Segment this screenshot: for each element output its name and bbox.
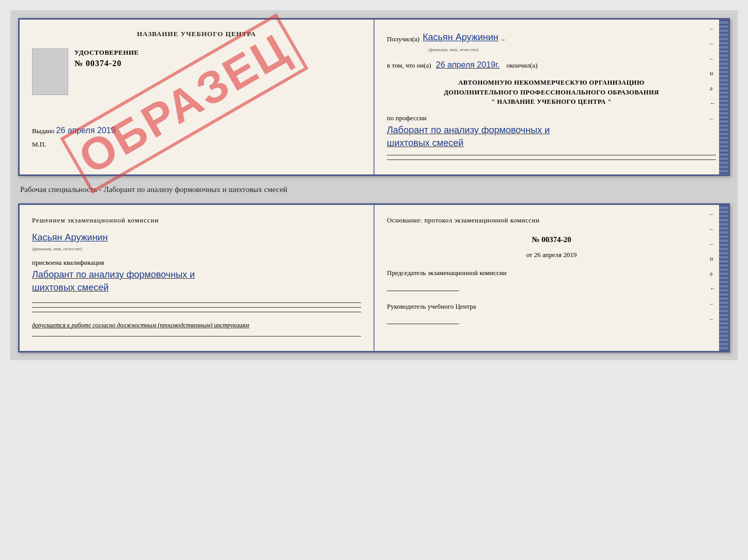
bottom-left-content: Решением экзаменационной комиссии Касьян…	[32, 215, 361, 336]
vydano-label: Выдано	[32, 127, 54, 135]
profession-line2: шихтовых смесей	[387, 137, 716, 150]
resheniem-title: Решением экзаменационной комиссии	[32, 215, 361, 226]
ot-label: от	[526, 251, 532, 259]
org-line3: " НАЗВАНИЕ УЧЕБНОГО ЦЕНТРА "	[387, 97, 716, 107]
mp-line: М.П.	[32, 140, 361, 149]
bottom-doc-left: Решением экзаменационной комиссии Касьян…	[20, 205, 375, 350]
udost-number: № 00374-20	[74, 59, 139, 68]
recipient-name: Касьян Аружинин	[423, 30, 498, 45]
top-right-content: Получил(а) Касьян Аружинин – (фамилия, и…	[387, 30, 716, 160]
udost-block: УДОСТОВЕРЕНИЕ № 00374-20	[32, 49, 361, 95]
photo-placeholder	[32, 49, 68, 95]
bottom-right-side-marks: – – – и а ← – –	[710, 210, 716, 323]
right-side-marks: – – – и а ← –	[710, 25, 716, 122]
poluchil-line: Получил(а) Касьян Аружинин –	[387, 30, 716, 45]
bottom-name-block: Касьян Аружинин (фамилия, имя, отчество)	[32, 230, 361, 252]
top-doc-left: НАЗВАНИЕ УЧЕБНОГО ЦЕНТРА ОБРАЗЕЦ УДОСТОВ…	[20, 20, 375, 174]
dopuskaetsya-block: допускается к работе согласно должностны…	[32, 321, 361, 330]
protocol-number: № 00374-20	[387, 233, 716, 246]
bottom-lines-top	[387, 155, 716, 160]
prisvoena-label: присвоена квалификация	[32, 258, 361, 268]
vydano-line: Выдано 26 апреля 2019	[32, 126, 361, 135]
predsedatel-sign-line	[387, 282, 716, 291]
org-block: АВТОНОМНУЮ НЕКОММЕРЧЕСКУЮ ОРГАНИЗАЦИЮ ДО…	[387, 78, 716, 107]
rukovoditel-block: Руководитель учебного Центра	[387, 301, 716, 325]
page-wrapper: НАЗВАНИЕ УЧЕБНОГО ЦЕНТРА ОБРАЗЕЦ УДОСТОВ…	[10, 10, 738, 360]
okonchil-label: окончил(а)	[507, 61, 538, 69]
number-label: №	[532, 235, 539, 244]
professii-block: по профессии Лаборант по анализу формово…	[387, 113, 716, 150]
profession-line1: Лаборант по анализу формовочных и	[387, 124, 716, 137]
vtom-line: в том, что он(а) 26 апреля 2019г. окончи…	[387, 58, 716, 72]
osnovanie-block: Основание: протокол экзаменационной коми…	[387, 215, 716, 226]
kvalif-block: присвоена квалификация Лаборант по анали…	[32, 258, 361, 294]
bottom-doc-right: Основание: протокол экзаменационной коми…	[375, 205, 728, 350]
ot-date: от 26 апреля 2019	[387, 250, 716, 261]
bottom-recipient-name: Касьян Аружинин	[32, 232, 108, 243]
qual-line2: шихтовых смесей	[32, 281, 361, 294]
predsedatel-signature	[387, 282, 459, 291]
top-left-title: НАЗВАНИЕ УЧЕБНОГО ЦЕНТРА	[32, 30, 361, 38]
specialty-line: Рабочая специальность - Лаборант по анал…	[18, 182, 730, 197]
completion-date: 26 апреля 2019г.	[436, 60, 500, 69]
name-dash: –	[502, 34, 505, 45]
predsedatel-block: Председатель экзаменационной комиссии	[387, 268, 716, 291]
protocol-num: 00374-20	[541, 235, 571, 244]
bottom-document: Решением экзаменационной комиссии Касьян…	[18, 203, 730, 352]
bottom-right-content: Основание: протокол экзаменационной коми…	[387, 215, 716, 324]
udost-label: УДОСТОВЕРЕНИЕ	[74, 49, 139, 57]
top-document: НАЗВАНИЕ УЧЕБНОГО ЦЕНТРА ОБРАЗЕЦ УДОСТОВ…	[18, 18, 730, 176]
vtom-label: в том, что он(а)	[387, 61, 431, 69]
po-professii-label: по профессии	[387, 113, 716, 124]
rukovoditel-label: Руководитель учебного Центра	[387, 301, 716, 312]
top-doc-right: Получил(а) Касьян Аружинин – (фамилия, и…	[375, 20, 728, 174]
predsedatel-label: Председатель экзаменационной комиссии	[387, 268, 716, 279]
udost-details: УДОСТОВЕРЕНИЕ № 00374-20	[74, 49, 139, 68]
rukovoditel-signature	[387, 315, 459, 324]
qual-line1: Лаборант по анализу формовочных и	[32, 268, 361, 281]
dopuskaetsya-label: допускается к	[32, 322, 70, 329]
watermark: ОБРАЗЕЦ	[60, 13, 308, 194]
poluchil-label: Получил(а)	[387, 34, 419, 45]
org-line2: ДОПОЛНИТЕЛЬНОГО ПРОФЕССИОНАЛЬНОГО ОБРАЗО…	[387, 88, 716, 98]
vydano-date: 26 апреля 2019	[56, 126, 116, 135]
bottom-name-sublabel: (фамилия, имя, отчество)	[32, 245, 361, 252]
org-line1: АВТОНОМНУЮ НЕКОММЕРЧЕСКУЮ ОРГАНИЗАЦИЮ	[387, 78, 716, 88]
rukovoditel-sign-line	[387, 315, 716, 324]
dopuskaetsya-text: работе согласно должностным (производств…	[71, 322, 249, 329]
ot-date-value: 26 апреля 2019	[534, 251, 577, 259]
name-sublabel: (фамилия, имя, отчество)	[428, 46, 716, 53]
